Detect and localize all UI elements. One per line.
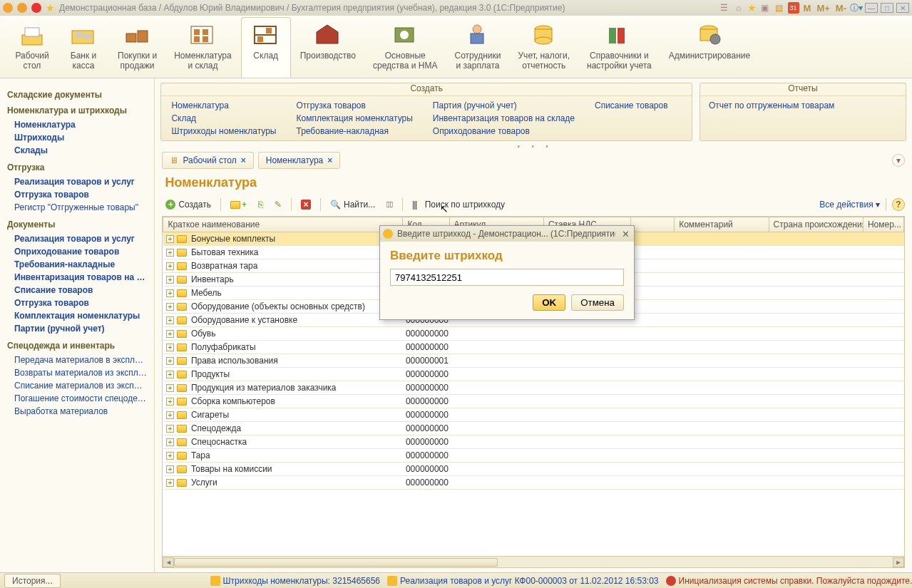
status-seg-1[interactable]: Штрихкоды номенклатуры: 3215465656 [210,576,380,586]
expand-icon[interactable]: + [166,344,174,351]
expand-icon[interactable]: + [166,465,174,473]
create-link-1-0[interactable]: Отгрузка товаров [296,99,412,112]
expand-icon[interactable]: + [166,303,174,311]
create-link-2-0[interactable]: Партия (ручной учет) [433,99,575,112]
tab-desktop-close[interactable]: × [241,155,246,165]
create-link-2-2[interactable]: Оприходование товаров [433,125,575,138]
copy-button[interactable]: ⎘ [255,197,267,212]
new-folder-button[interactable]: + [227,197,250,212]
leftnav-20[interactable]: Возвраты материалов из эксплуатации [7,366,147,379]
mem-mminus[interactable]: M- [834,3,848,14]
expand-icon[interactable]: + [166,330,174,338]
section-6[interactable]: Основные средства и НМА [365,17,446,78]
section-10[interactable]: Администрирование [661,17,758,78]
expand-icon[interactable]: + [166,262,174,270]
scroll-right-arrow[interactable]: ► [893,557,904,567]
barcode-input[interactable] [390,269,624,286]
leftnav-3[interactable]: Штрихкоды [7,131,147,144]
table-row[interactable]: +Спецоснастка000000000... [163,435,904,449]
tb-icon-2[interactable]: ⌂ [733,2,744,14]
expand-icon[interactable]: + [166,438,174,446]
tb-star2-icon[interactable]: ★ [747,2,757,14]
leftnav-6[interactable]: Реализация товаров и услуг [7,175,147,188]
create-link-0-0[interactable]: Номенклатура [171,99,276,112]
expand-icon[interactable]: + [166,411,174,419]
leftnav-12[interactable]: Требования-накладные [7,258,147,271]
col-header-4[interactable] [631,217,675,232]
col-header-7[interactable]: Номер... [863,217,903,232]
table-row[interactable]: +Сборка компьютеров000000000... [163,395,904,408]
table-row[interactable]: +Услуги000000000... [163,476,904,490]
section-5[interactable]: Производство [292,17,364,78]
expand-icon[interactable]: + [166,384,174,392]
table-row[interactable]: +Тара000000000... [163,449,904,463]
edit-button[interactable]: ✎ [271,197,285,212]
report-link[interactable]: Отчет по отгруженным товарам [709,100,897,110]
table-row[interactable]: +Спецодежда000000000... [163,422,904,435]
expand-icon[interactable]: + [166,249,174,257]
mem-mplus[interactable]: M+ [815,3,831,14]
expand-icon[interactable]: + [166,425,174,433]
find-button[interactable]: 🔍Найти... [327,197,379,212]
calc-icon[interactable]: ▤ [774,2,785,14]
close-button[interactable]: ✕ [896,3,909,13]
tb-icon-1[interactable]: ☰ [719,2,730,14]
favorite-star-icon[interactable]: ★ [46,2,55,14]
dialog-titlebar[interactable]: Введите штрихкод - Демонстрацион... (1С:… [380,226,634,242]
leftnav-21[interactable]: Списание материалов из эксплуатации [7,379,147,392]
tb-circle-1[interactable] [3,3,13,13]
tab-desktop[interactable]: 🖥 Рабочий стол × [162,152,253,169]
expand-icon[interactable]: + [166,371,174,378]
clear-filter-button[interactable]: 🔍⃠ [383,197,396,212]
status-seg-2[interactable]: Реализация товаров и услуг КФ00-000003 о… [387,576,659,586]
table-row[interactable]: +Обувь000000000... [163,327,904,341]
scroll-left-arrow[interactable]: ◄ [163,557,174,567]
barcode-search-button[interactable]: ||| Поиск по штрихкоду [409,197,508,212]
tb-icon-3[interactable]: ▣ [759,2,771,14]
leftnav-13[interactable]: Инвентаризация товаров на ск... [7,271,147,284]
create-button[interactable]: + Создать [162,197,215,212]
create-link-0-2[interactable]: Штрихкоды номенклатуры [171,125,276,138]
dialog-close-button[interactable]: ✕ [620,228,631,239]
panel-splitter[interactable]: • • • [155,143,912,150]
section-1[interactable]: Банк и касса [58,17,108,78]
section-8[interactable]: Учет, налоги, отчетность [511,17,578,78]
history-button[interactable]: История... [4,574,61,588]
tab-nomenclature-close[interactable]: × [327,155,332,165]
maximize-button[interactable]: □ [881,3,893,13]
delete-button[interactable]: × [297,197,314,212]
leftnav-10[interactable]: Реализация товаров и услуг [7,232,147,245]
expand-icon[interactable]: + [166,235,174,243]
leftnav-22[interactable]: Погашение стоимости спецодежды и с... [7,392,147,405]
all-actions-menu[interactable]: Все действия ▾ [819,200,880,210]
section-2[interactable]: Покупки и продажи [110,17,165,78]
expand-icon[interactable]: + [166,452,174,460]
leftnav-15[interactable]: Отгрузка товаров [7,296,147,309]
calendar-icon[interactable]: 31 [788,2,799,14]
ok-button[interactable]: OK [533,294,565,311]
leftnav-14[interactable]: Списание товаров [7,284,147,296]
expand-icon[interactable]: + [166,398,174,406]
tb-circle-3[interactable] [31,3,41,13]
col-header-0[interactable]: Краткое наименование [163,217,403,232]
leftnav-2[interactable]: Номенклатура [7,118,147,131]
col-header-5[interactable]: Комментарий [675,217,769,232]
expand-icon[interactable]: + [166,479,174,487]
create-link-2-1[interactable]: Инвентаризация товаров на складе [433,112,575,125]
minimize-button[interactable]: — [865,3,878,13]
section-7[interactable]: Сотрудники и зарплата [447,17,509,78]
table-row[interactable]: +Продукты000000000... [163,368,904,381]
leftnav-8[interactable]: Регистр "Отгруженные товары" [7,201,147,214]
mem-m[interactable]: M [802,3,813,14]
tb-circle-2[interactable] [17,3,27,13]
horizontal-scrollbar[interactable]: ◄ ► [163,556,904,567]
help-button[interactable]: ? [892,198,905,211]
expand-icon[interactable]: + [166,357,174,365]
create-link-0-1[interactable]: Склад [171,112,276,125]
table-row[interactable]: +Продукция из материалов заказчика000000… [163,381,904,395]
table-row[interactable]: +Полуфабрикаты000000000... [163,341,904,354]
leftnav-11[interactable]: Оприходование товаров [7,245,147,258]
section-4[interactable]: Склад [241,17,291,78]
expand-icon[interactable]: + [166,289,174,297]
leftnav-19[interactable]: Передача материалов в эксплуатацию [7,354,147,366]
